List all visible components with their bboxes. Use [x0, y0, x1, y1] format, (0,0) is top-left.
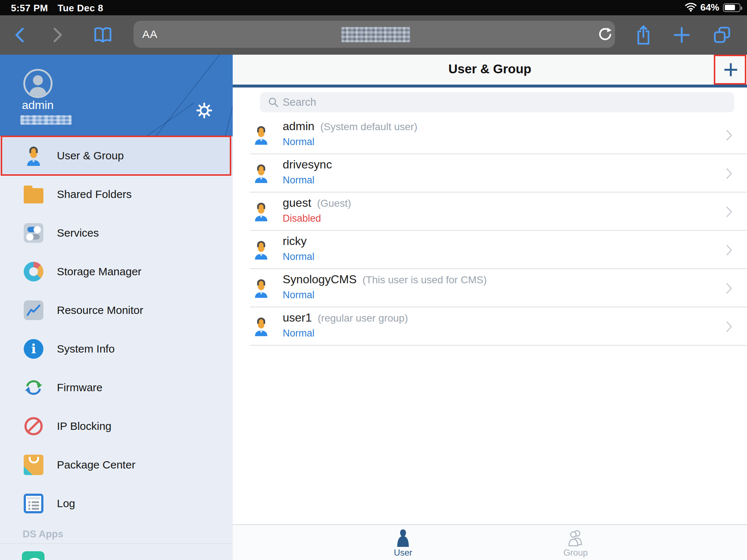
chevron-right-icon	[726, 283, 732, 295]
user-status: Normal	[283, 251, 314, 262]
chevron-right-icon	[726, 321, 732, 334]
toggles-icon	[23, 223, 44, 243]
user-row-synologycms[interactable]: SynologyCMS(This user is used for CMS) N…	[233, 269, 747, 307]
user-avatar-icon	[254, 202, 268, 223]
shopping-bag-icon	[23, 455, 44, 475]
user-row-admin[interactable]: admin(System default user) Normal	[233, 116, 747, 154]
main-header: User & Group +	[233, 53, 747, 85]
profile-username: admin	[22, 98, 54, 112]
user-row-guest[interactable]: guest(Guest) Disabled	[233, 192, 747, 231]
avatar	[23, 69, 53, 100]
back-button[interactable]	[10, 15, 28, 55]
folder-icon	[23, 184, 44, 205]
main-panel: User & Group + admin(System default user…	[233, 53, 747, 560]
censored-url	[341, 27, 410, 42]
sidebar-item-label: Services	[57, 214, 99, 252]
sidebar-item-label: IP Blocking	[57, 407, 112, 446]
page-title: User & Group	[233, 53, 747, 85]
battery-icon	[723, 3, 740, 12]
ios-status-bar: 5:57 PM Tue Dec 8 64%	[0, 0, 747, 15]
user-row-ricky[interactable]: ricky Normal	[233, 231, 747, 269]
user-note: (System default user)	[320, 121, 417, 132]
chevron-right-icon	[726, 168, 732, 180]
user-name: admin	[283, 120, 314, 133]
search-input[interactable]	[283, 92, 720, 112]
user-avatar-icon	[254, 240, 268, 261]
user-status: Normal	[283, 136, 314, 148]
clock: 5:57 PM	[11, 3, 48, 14]
battery-percent: 64%	[700, 2, 719, 13]
user-name: user1	[283, 311, 312, 324]
sidebar-item-label: User & Group	[57, 136, 124, 175]
sync-arrows-icon	[23, 377, 44, 398]
tabs-icon[interactable]	[708, 15, 737, 55]
sidebar-item-package-center[interactable]: Package Center	[0, 446, 233, 484]
share-icon[interactable]	[629, 15, 658, 55]
user-group-icon	[23, 145, 44, 166]
sidebar-profile-header: admin	[0, 53, 233, 136]
user-name: drivesync	[283, 158, 332, 171]
user-avatar-icon	[254, 163, 268, 184]
sidebar-item-label: Resource Monitor	[57, 291, 143, 330]
gear-icon[interactable]	[196, 102, 213, 119]
sidebar-menu: User & Group Shared Folders Services Sto…	[0, 136, 233, 523]
date: Tue Dec 8	[58, 3, 103, 14]
sidebar-item-label: Package Center	[57, 446, 135, 484]
user-status: Normal	[283, 328, 314, 339]
sidebar-item-user-group[interactable]: User & Group	[0, 136, 233, 175]
sidebar-item-shared-folders[interactable]: Shared Folders	[0, 175, 233, 214]
reader-aa-button[interactable]: AA	[142, 21, 158, 48]
wifi-icon	[685, 2, 697, 13]
line-chart-icon	[23, 300, 44, 320]
user-avatar-icon	[254, 278, 268, 299]
chevron-right-icon	[726, 130, 732, 142]
user-status: Disabled	[283, 213, 321, 224]
user-status: Normal	[283, 289, 314, 301]
sidebar-item-label: Firmware	[57, 368, 102, 407]
sidebar-item-storage-manager[interactable]: Storage Manager	[0, 252, 233, 291]
log-list-icon	[23, 493, 44, 514]
forward-button[interactable]	[49, 15, 67, 55]
user-note: (This user is used for CMS)	[363, 274, 487, 285]
info-icon: i	[23, 339, 44, 359]
sidebar-item-log[interactable]: Log	[0, 484, 233, 523]
bottom-tab-bar: User Group	[233, 524, 747, 560]
user-note: (Guest)	[317, 198, 351, 209]
bookmarks-icon[interactable]	[92, 15, 114, 55]
user-row-user1[interactable]: user1(regular user group) Normal	[233, 307, 747, 346]
reload-button[interactable]	[590, 21, 619, 48]
block-icon	[23, 416, 44, 436]
search-bar[interactable]	[260, 92, 734, 112]
sidebar: admin	[0, 53, 233, 560]
sidebar-item-label: Storage Manager	[57, 252, 142, 291]
group-tab-icon	[566, 529, 585, 548]
sidebar-item-system-info[interactable]: i System Info	[0, 330, 233, 368]
user-name: ricky	[283, 234, 307, 248]
tab-group[interactable]: Group	[550, 528, 601, 559]
tab-group-label: Group	[550, 548, 601, 558]
sidebar-item-resource-monitor[interactable]: Resource Monitor	[0, 291, 233, 330]
tab-user-label: User	[378, 548, 429, 558]
tab-user[interactable]: User	[378, 528, 429, 559]
header-accent-bar	[233, 85, 747, 88]
sidebar-item-ip-blocking[interactable]: IP Blocking	[0, 407, 233, 446]
user-name: SynologyCMS	[283, 273, 357, 286]
safari-toolbar: AA	[0, 15, 747, 55]
sidebar-section-ds-apps: DS Apps	[23, 529, 63, 540]
new-tab-icon[interactable]	[667, 15, 696, 55]
censored-server-address	[20, 115, 71, 125]
sidebar-item-firmware[interactable]: Firmware	[0, 368, 233, 407]
user-row-drivesync[interactable]: drivesync Normal	[233, 154, 747, 192]
sidebar-item-label: System Info	[57, 330, 115, 368]
sidebar-item-services[interactable]: Services	[0, 214, 233, 252]
user-avatar-icon	[254, 125, 268, 146]
donut-chart-icon	[23, 261, 44, 282]
address-bar[interactable]: AA	[133, 21, 615, 48]
sidebar-item-label: Shared Folders	[57, 175, 132, 214]
add-user-button[interactable]: +	[715, 55, 746, 84]
ds-app-icon-partial[interactable]	[22, 551, 44, 560]
user-status: Normal	[283, 175, 314, 186]
sidebar-divider	[0, 543, 233, 544]
user-tab-icon	[395, 529, 411, 548]
user-list: admin(System default user) Normal drives…	[233, 116, 747, 346]
